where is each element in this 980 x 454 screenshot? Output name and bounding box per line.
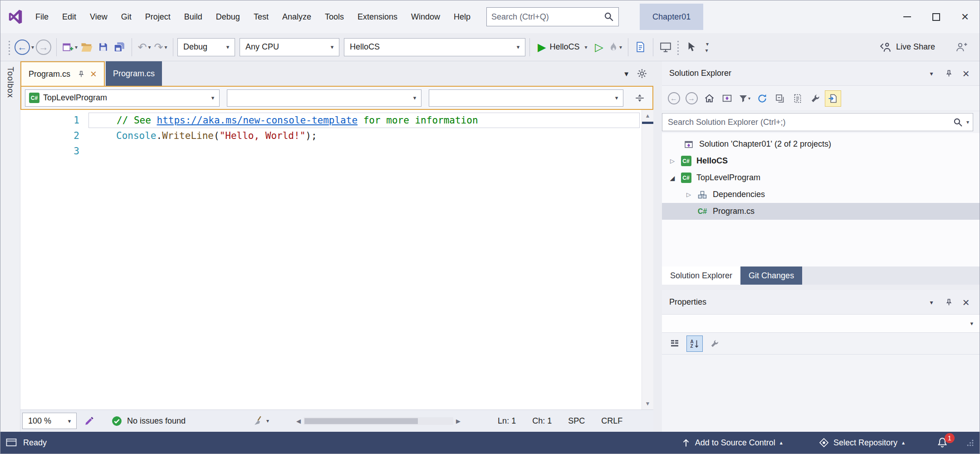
menu-debug[interactable]: Debug xyxy=(209,9,247,25)
toolbar-grip[interactable] xyxy=(7,39,11,55)
menu-view[interactable]: View xyxy=(83,9,114,25)
properties-object-dropdown[interactable]: ▾ xyxy=(662,315,980,333)
solution-search-box[interactable]: ▾ xyxy=(662,113,973,131)
split-window-button[interactable] xyxy=(631,89,649,107)
horizontal-splitter[interactable] xyxy=(662,285,980,290)
solution-search-input[interactable] xyxy=(668,118,953,127)
tab-options-gear-icon[interactable] xyxy=(637,69,647,79)
redo-button[interactable]: ↷ ▾ xyxy=(153,38,168,57)
close-icon[interactable]: × xyxy=(960,68,972,79)
tree-item-toplevelprogram[interactable]: ◢C#TopLevelProgram xyxy=(662,169,980,186)
live-share-button[interactable]: Live Share xyxy=(880,41,935,53)
window-menu-icon[interactable]: ▾ xyxy=(925,299,938,306)
pin-icon[interactable] xyxy=(942,298,955,306)
solution-platform-dropdown[interactable]: Any CPU ▾ xyxy=(240,38,339,56)
hot-reload-button[interactable]: ▾ xyxy=(608,38,623,57)
tree-item-program-cs[interactable]: C#Program.cs xyxy=(662,203,980,220)
search-input[interactable] xyxy=(491,12,604,22)
tree-item-dependencies[interactable]: ▷Dependencies xyxy=(662,186,980,203)
pin-icon[interactable] xyxy=(942,69,955,77)
add-user-button[interactable] xyxy=(954,38,969,57)
code-line-1[interactable]: // See https://aka.ms/new-console-templa… xyxy=(88,113,640,128)
window-menu-icon[interactable]: ▾ xyxy=(925,70,938,77)
expander-collapsed-icon[interactable]: ▷ xyxy=(666,158,679,164)
menu-git[interactable]: Git xyxy=(114,9,138,25)
scroll-left-icon[interactable]: ◀ xyxy=(296,418,301,424)
caret-down-icon[interactable]: ▾ xyxy=(966,119,969,125)
zoom-dropdown[interactable]: 100 % ▾ xyxy=(22,413,77,429)
menu-extensions[interactable]: Extensions xyxy=(351,9,404,25)
refresh-button[interactable] xyxy=(754,90,770,107)
code-editor[interactable]: 123 // See https://aka.ms/new-console-te… xyxy=(20,110,653,410)
menu-file[interactable]: File xyxy=(29,9,55,25)
home-button[interactable] xyxy=(701,90,717,107)
scrollbar-thumb[interactable] xyxy=(304,418,418,424)
forward-button[interactable]: → xyxy=(683,90,700,107)
save-button[interactable] xyxy=(96,38,110,57)
open-file-button[interactable] xyxy=(79,38,94,57)
menu-test[interactable]: Test xyxy=(247,9,275,25)
select-repository-button[interactable]: Select Repository ▴ xyxy=(819,438,905,448)
menu-build[interactable]: Build xyxy=(177,9,209,25)
document-tab-1[interactable]: Program.cs× xyxy=(20,61,105,86)
resize-grip[interactable] xyxy=(966,439,974,447)
track-changes-button[interactable] xyxy=(84,415,95,426)
scroll-right-icon[interactable]: ▶ xyxy=(456,418,461,424)
code-cleanup-button[interactable]: ▾ xyxy=(254,415,269,427)
menu-tools[interactable]: Tools xyxy=(318,9,351,25)
document-tab-2[interactable]: Program.cs xyxy=(106,61,162,86)
close-tab-icon[interactable]: × xyxy=(90,69,97,79)
scroll-up-icon[interactable]: ▲ xyxy=(642,110,653,122)
properties-wrench-button[interactable] xyxy=(807,90,823,107)
categorized-button[interactable] xyxy=(666,336,683,352)
toolbar-overflow-button[interactable]: ▾ ▾ xyxy=(700,38,714,57)
notifications-button[interactable]: 1 xyxy=(936,437,948,449)
properties-header[interactable]: Properties ▾ × xyxy=(662,290,980,315)
start-debugging-button[interactable]: ▶ HelloCS ▾ xyxy=(538,42,588,53)
back-button[interactable]: ← xyxy=(666,90,682,107)
toolbox-tab[interactable]: Toolbox xyxy=(5,67,15,98)
search-icon[interactable] xyxy=(953,118,963,127)
collapse-all-button[interactable] xyxy=(772,90,788,107)
solution-explorer-header[interactable]: Solution Explorer ▾ × xyxy=(662,61,980,86)
tree-item-hellocs[interactable]: ▷C#HelloCS xyxy=(662,153,980,169)
undo-button[interactable]: ↶ ▾ xyxy=(137,38,152,57)
sync-with-active-document-button[interactable] xyxy=(825,90,841,107)
vertical-scrollbar[interactable]: ▲ ▼ xyxy=(642,110,653,410)
project-dropdown[interactable]: C# TopLevelProgram ▾ xyxy=(25,89,220,107)
tree-item-solution-chapter01-2-of-2-projects[interactable]: Solution 'Chapter01' (2 of 2 projects) xyxy=(662,136,980,153)
code-line-2[interactable]: Console.WriteLine("Hello, World!"); xyxy=(88,128,642,143)
vertical-splitter[interactable] xyxy=(653,61,662,432)
horizontal-scrollbar[interactable] xyxy=(304,417,453,425)
type-dropdown[interactable]: ▾ xyxy=(227,89,421,107)
show-all-files-button[interactable] xyxy=(789,90,806,107)
close-button[interactable]: × xyxy=(951,0,980,33)
document-health-indicator[interactable]: No issues found xyxy=(111,415,186,427)
minimize-button[interactable] xyxy=(892,0,921,33)
find-in-files-button[interactable] xyxy=(633,38,648,57)
code-line-3[interactable] xyxy=(88,143,642,159)
properties-wrench-button[interactable] xyxy=(706,336,723,352)
menu-analyze[interactable]: Analyze xyxy=(275,9,318,25)
solution-configuration-dropdown[interactable]: Debug ▾ xyxy=(177,38,235,56)
preview-monitor-button[interactable] xyxy=(658,38,673,57)
panel-tab-solution-explorer[interactable]: Solution Explorer xyxy=(662,266,740,285)
expander-expanded-icon[interactable]: ◢ xyxy=(666,174,679,182)
filter-button[interactable]: ▾ xyxy=(736,90,753,107)
close-icon[interactable]: × xyxy=(960,296,972,308)
menu-help[interactable]: Help xyxy=(447,9,477,25)
pin-tab-icon[interactable] xyxy=(78,70,85,78)
expander-collapsed-icon[interactable]: ▷ xyxy=(682,191,696,198)
toolbar-grip[interactable] xyxy=(676,39,680,55)
navigate-back-button[interactable]: ← ▾ xyxy=(15,38,34,57)
search-icon[interactable] xyxy=(604,12,614,22)
menu-project[interactable]: Project xyxy=(138,9,177,25)
selection-tool-button[interactable] xyxy=(683,38,698,57)
solution-tree[interactable]: Solution 'Chapter01' (2 of 2 projects)▷C… xyxy=(662,133,980,266)
new-project-button[interactable]: ▾ xyxy=(62,38,78,57)
solution-name-badge[interactable]: Chapter01 xyxy=(640,4,703,30)
startup-project-dropdown[interactable]: HelloCS ▾ xyxy=(344,38,525,56)
background-tasks-icon[interactable] xyxy=(6,438,17,447)
start-without-debugging-button[interactable]: ▷ xyxy=(592,38,607,57)
save-all-button[interactable] xyxy=(112,38,127,57)
